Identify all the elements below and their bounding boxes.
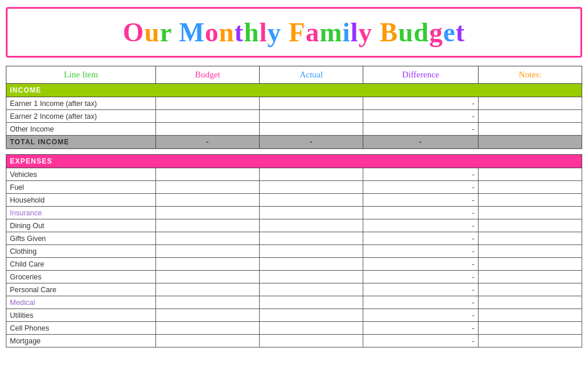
title-box: Our Monthly Family Budget	[6, 7, 582, 58]
expense-diff: -	[363, 322, 479, 335]
expense-actual[interactable]	[260, 219, 363, 232]
expense-lineitem: Insurance	[6, 207, 156, 219]
expense-diff: -	[363, 194, 479, 207]
expenses-section-header: EXPENSES	[6, 155, 582, 168]
expense-budget[interactable]	[156, 296, 260, 309]
expense-diff: -	[363, 245, 479, 258]
income-row: Earner 2 Income (after tax) -	[6, 110, 582, 123]
expense-row: Dining Out -	[6, 219, 582, 232]
page-wrapper: Our Monthly Family Budget Line Item Budg…	[0, 0, 588, 353]
expense-actual[interactable]	[260, 258, 363, 271]
expense-lineitem: Vehicles	[6, 168, 156, 181]
expense-notes[interactable]	[478, 168, 582, 181]
expense-notes[interactable]	[478, 245, 582, 258]
expense-actual[interactable]	[260, 168, 363, 181]
expense-budget[interactable]	[156, 258, 260, 271]
header-notes: Notes:	[478, 66, 582, 84]
income-notes[interactable]	[478, 97, 582, 110]
expense-notes[interactable]	[478, 322, 582, 335]
expense-row: Gifts Given -	[6, 232, 582, 245]
total-income-actual: -	[260, 136, 363, 149]
title-text: Our Monthly Family Budget	[13, 17, 575, 48]
expense-budget[interactable]	[156, 245, 260, 258]
income-actual[interactable]	[260, 123, 363, 136]
income-notes[interactable]	[478, 110, 582, 123]
expense-diff: -	[363, 296, 479, 309]
expense-row: Insurance -	[6, 207, 582, 219]
expense-budget[interactable]	[156, 271, 260, 283]
expense-diff: -	[363, 258, 479, 271]
total-income-diff: -	[363, 136, 479, 149]
expense-row: Fuel -	[6, 181, 582, 194]
income-row: Earner 1 Income (after tax) -	[6, 97, 582, 110]
expense-actual[interactable]	[260, 245, 363, 258]
income-notes[interactable]	[478, 123, 582, 136]
expense-budget[interactable]	[156, 232, 260, 245]
income-label: INCOME	[6, 84, 582, 97]
expense-diff: -	[363, 309, 479, 322]
total-income-notes	[478, 136, 582, 149]
expense-budget[interactable]	[156, 322, 260, 335]
expense-diff: -	[363, 335, 479, 347]
expense-budget[interactable]	[156, 207, 260, 219]
total-income-budget: -	[156, 136, 260, 149]
expense-actual[interactable]	[260, 194, 363, 207]
expense-diff: -	[363, 181, 479, 194]
expense-notes[interactable]	[478, 309, 582, 322]
income-section-header: INCOME	[6, 84, 582, 97]
expense-actual[interactable]	[260, 283, 363, 296]
income-budget[interactable]	[156, 123, 260, 136]
income-actual[interactable]	[260, 110, 363, 123]
expense-actual[interactable]	[260, 296, 363, 309]
income-budget[interactable]	[156, 97, 260, 110]
expense-budget[interactable]	[156, 181, 260, 194]
expense-row: Medical -	[6, 296, 582, 309]
income-budget[interactable]	[156, 110, 260, 123]
expense-diff: -	[363, 219, 479, 232]
expense-budget[interactable]	[156, 335, 260, 347]
column-header-row: Line Item Budget Actual Difference Notes…	[6, 66, 582, 84]
expense-budget[interactable]	[156, 219, 260, 232]
expense-notes[interactable]	[478, 232, 582, 245]
expense-notes[interactable]	[478, 258, 582, 271]
expense-notes[interactable]	[478, 335, 582, 347]
expense-notes[interactable]	[478, 283, 582, 296]
expense-actual[interactable]	[260, 271, 363, 283]
spacer-row	[6, 149, 582, 155]
expense-lineitem: Gifts Given	[6, 232, 156, 245]
expense-budget[interactable]	[156, 168, 260, 181]
income-diff: -	[363, 97, 479, 110]
expense-actual[interactable]	[260, 335, 363, 347]
expense-actual[interactable]	[260, 322, 363, 335]
expense-row: Cell Phones -	[6, 322, 582, 335]
income-diff: -	[363, 123, 479, 136]
expense-budget[interactable]	[156, 309, 260, 322]
income-actual[interactable]	[260, 97, 363, 110]
expense-notes[interactable]	[478, 296, 582, 309]
expense-diff: -	[363, 168, 479, 181]
income-row: Other Income -	[6, 123, 582, 136]
expense-budget[interactable]	[156, 283, 260, 296]
income-diff: -	[363, 110, 479, 123]
expense-actual[interactable]	[260, 207, 363, 219]
header-budget: Budget	[156, 66, 260, 84]
expense-notes[interactable]	[478, 181, 582, 194]
expense-lineitem: Fuel	[6, 181, 156, 194]
total-income-label: TOTAL INCOME	[6, 136, 156, 149]
expense-diff: -	[363, 207, 479, 219]
header-difference: Difference	[363, 66, 479, 84]
income-lineitem: Earner 1 Income (after tax)	[6, 97, 156, 110]
expense-notes[interactable]	[478, 219, 582, 232]
header-actual: Actual	[260, 66, 363, 84]
header-lineitem: Line Item	[6, 66, 156, 84]
expense-notes[interactable]	[478, 194, 582, 207]
expense-notes[interactable]	[478, 207, 582, 219]
expense-actual[interactable]	[260, 309, 363, 322]
expense-notes[interactable]	[478, 271, 582, 283]
expense-actual[interactable]	[260, 232, 363, 245]
expense-diff: -	[363, 232, 479, 245]
expense-actual[interactable]	[260, 181, 363, 194]
expense-budget[interactable]	[156, 194, 260, 207]
expense-lineitem: Groceries	[6, 271, 156, 283]
expense-lineitem: Child Care	[6, 258, 156, 271]
